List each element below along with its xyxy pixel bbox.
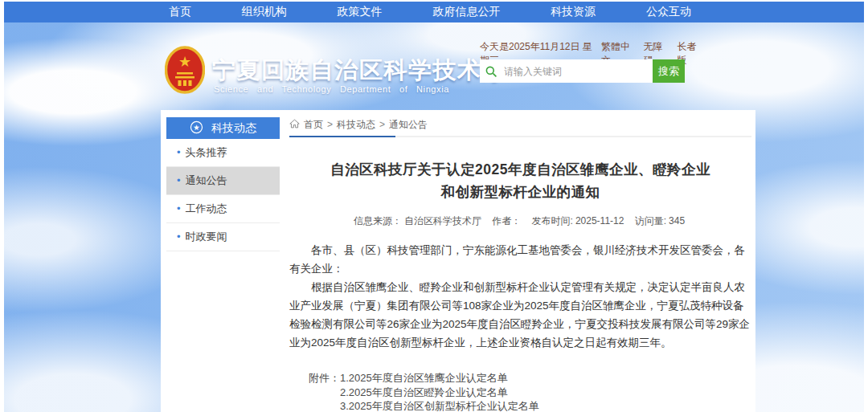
content-panel: ★ 科技动态 头条推荐 通知公告 工作动态 时政要闻 首页 > (161, 110, 755, 412)
article-body: 各市、县（区）科技管理部门，宁东能源化工基地管委会，银川经济技术开发区管委会，各… (289, 241, 751, 352)
attachments: 附件： 1.2025年度自治区雏鹰企业认定名单 2.2025年度自治区瞪羚企业认… (289, 371, 751, 412)
breadcrumb-tech-news[interactable]: 科技动态 (337, 118, 375, 132)
site-subtitle: Science and Technology Department of Nin… (214, 84, 449, 94)
attachment-link-eagle-list[interactable]: 1.2025年度自治区雏鹰企业认定名单 (340, 371, 539, 385)
search-input[interactable] (502, 60, 653, 82)
meta-author-label: 作者： (492, 215, 521, 226)
sidebar-menu: 头条推荐 通知公告 工作动态 时政要闻 (166, 139, 280, 251)
meta-time-label: 发布时间: (532, 215, 573, 226)
svg-text:★: ★ (178, 54, 191, 70)
nav-item-tech-resources[interactable]: 科技资源 (551, 5, 596, 19)
breadcrumb-underline (289, 136, 751, 137)
sidebar-item-current-politics[interactable]: 时政要闻 (166, 223, 280, 251)
nav-item-policy-documents[interactable]: 政策文件 (338, 5, 383, 19)
page: 首页 组织机构 政策文件 政府信息公开 科技资源 公众互动 ★ 宁夏回族自治区科… (0, 0, 868, 412)
nav-item-public-interaction[interactable]: 公众互动 (646, 5, 691, 19)
nav-item-organization[interactable]: 组织机构 (242, 5, 287, 19)
site-title: 宁夏回族自治区科学技术厅 (212, 55, 506, 87)
nav-item-gov-info-disclosure[interactable]: 政府信息公开 (432, 5, 500, 19)
home-icon (289, 119, 300, 131)
article: 首页 > 科技动态 > 通知公告 自治区科技厅关于认定2025年度自治区雏鹰企业… (289, 116, 751, 412)
meta-views-label: 访问量: (635, 215, 666, 226)
national-emblem-logo: ★ (165, 46, 205, 96)
article-meta: 信息来源：自治区科学技术厅 作者： 发布时间:2025-11-12 访问量:34… (289, 214, 751, 228)
nav-item-home[interactable]: 首页 (169, 5, 191, 19)
sidebar-header: ★ 科技动态 (166, 117, 280, 139)
breadcrumb-separator: > (327, 119, 333, 130)
meta-source-label: 信息来源： (354, 215, 402, 226)
paragraph-main: 根据自治区雏鹰企业、瞪羚企业和创新型标杆企业认定管理有关规定，决定认定半亩良人农… (289, 278, 751, 352)
search-bar: 搜索 (480, 59, 685, 83)
attachments-label: 附件： (309, 371, 340, 412)
article-title: 自治区科技厅关于认定2025年度自治区雏鹰企业、瞪羚企业 和创新型标杆企业的通知 (289, 158, 751, 203)
attachment-link-benchmark-list[interactable]: 3.2025年度自治区创新型标杆企业认定名单 (340, 399, 539, 412)
star-circle-icon: ★ (190, 120, 203, 137)
breadcrumb-notices[interactable]: 通知公告 (389, 118, 428, 132)
meta-views-value: 345 (669, 215, 685, 226)
meta-time-value: 2025-11-12 (575, 215, 624, 226)
attachments-list: 1.2025年度自治区雏鹰企业认定名单 2.2025年度自治区瞪羚企业认定名单 … (340, 371, 539, 412)
svg-text:★: ★ (193, 124, 199, 132)
sidebar-title: 科技动态 (211, 121, 256, 136)
search-icon (480, 65, 502, 78)
meta-source-value: 自治区科学技术厅 (404, 215, 481, 226)
sidebar: ★ 科技动态 头条推荐 通知公告 工作动态 时政要闻 (166, 117, 280, 251)
article-title-line1: 自治区科技厅关于认定2025年度自治区雏鹰企业、瞪羚企业 (330, 161, 710, 177)
breadcrumb: 首页 > 科技动态 > 通知公告 (289, 116, 751, 133)
article-title-line2: 和创新型标杆企业的通知 (441, 184, 600, 200)
breadcrumb-home[interactable]: 首页 (304, 118, 323, 132)
sidebar-item-notices[interactable]: 通知公告 (166, 167, 280, 195)
breadcrumb-underline-accent (289, 136, 395, 137)
search-button[interactable]: 搜索 (653, 59, 685, 83)
sidebar-item-work-news[interactable]: 工作动态 (166, 195, 280, 223)
top-navigation: 首页 组织机构 政策文件 政府信息公开 科技资源 公众互动 (4, 2, 864, 22)
breadcrumb-separator: > (379, 119, 385, 130)
sidebar-item-headlines[interactable]: 头条推荐 (166, 139, 280, 167)
attachment-link-gazelle-list[interactable]: 2.2025年度自治区瞪羚企业认定名单 (340, 385, 539, 400)
paragraph-salutation: 各市、县（区）科技管理部门，宁东能源化工基地管委会，银川经济技术开发区管委会，各… (289, 241, 751, 278)
